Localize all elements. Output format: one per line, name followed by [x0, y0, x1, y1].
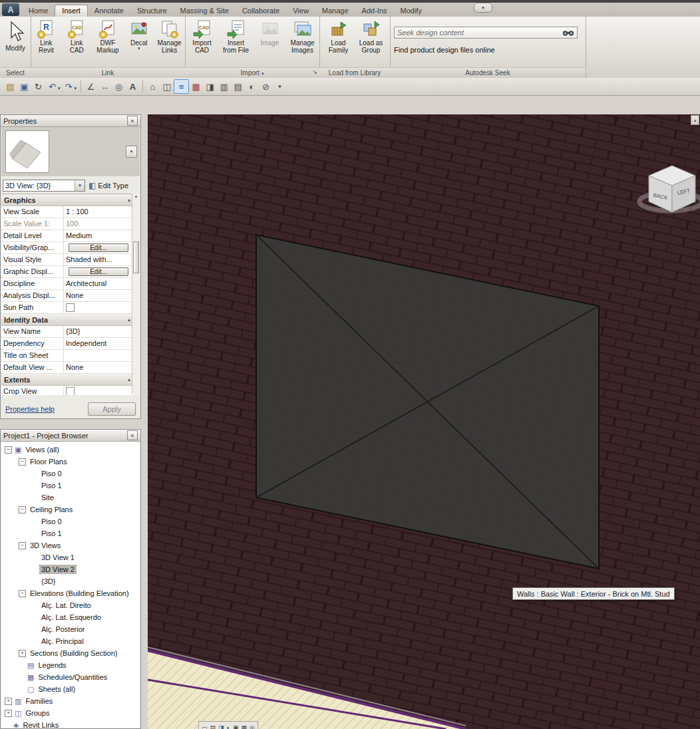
link-cad-button[interactable]: CAD LinkCAD — [63, 19, 91, 55]
graphic-display-edit-button[interactable]: Edit... — [69, 267, 128, 276]
section-header-graphics[interactable]: Graphics▴ — [1, 194, 133, 206]
tree-item-3d-views[interactable]: −3D Views — [1, 539, 140, 551]
text-icon[interactable]: A — [126, 80, 140, 93]
tree-item-elevations[interactable]: −Elevations (Building Elevation) — [1, 587, 140, 599]
close-hidden-windows-icon[interactable]: ▦ — [189, 80, 203, 93]
switch-windows-icon[interactable]: ◨ — [203, 80, 217, 93]
property-row[interactable]: Crop View — [1, 386, 133, 395]
tree-item-piso-0[interactable]: Piso 0 — [1, 468, 140, 480]
default-3d-view-icon[interactable]: ⌂ — [146, 80, 160, 93]
view-control-bar[interactable]: ▭ ▤ ◨ ◐ ▣ ▦ ◎ — [198, 721, 258, 729]
detail-level-icon[interactable]: ▤ — [210, 724, 216, 729]
project-browser-titlebar[interactable]: Project1 - Project Browser × — [1, 430, 140, 442]
import-cad-button[interactable]: CAD ImportCAD — [187, 19, 218, 55]
manage-links-button[interactable]: ManageLinks — [155, 19, 184, 55]
tree-item-site[interactable]: Site — [1, 492, 140, 504]
load-family-button[interactable]: LoadFamily — [323, 19, 354, 55]
property-row[interactable]: Visual StyleShaded with... — [1, 254, 133, 266]
scrollbar-thumb[interactable] — [133, 241, 139, 273]
3d-view[interactable]: BACK LEFT — [148, 114, 700, 729]
property-row[interactable]: DisciplineArchitectural — [1, 278, 133, 290]
sun-path-icon[interactable]: ◐ — [227, 724, 230, 729]
toolbar-more-icon[interactable]: ▾ — [273, 80, 287, 93]
tree-item-floor-plans[interactable]: −Floor Plans — [1, 456, 140, 468]
expander-icon[interactable]: − — [5, 446, 12, 454]
drawing-area[interactable]: BACK LEFT Walls : Basic Wall : Exterior … — [148, 114, 700, 729]
collapse-icon[interactable]: ▴ — [128, 376, 130, 382]
tree-item-3d-view-1[interactable]: 3D View 1 — [1, 551, 140, 563]
seek-search-input[interactable]: Seek design content — [394, 27, 578, 39]
collapse-icon[interactable]: ▴ — [128, 317, 130, 323]
insert-from-file-button[interactable]: Insertfrom File — [220, 19, 253, 55]
tree-item-legends[interactable]: ▤Legends — [1, 659, 140, 671]
section-icon[interactable]: ◫ — [160, 80, 174, 93]
tree-item-families[interactable]: +▥Families — [1, 695, 140, 707]
caret-down-icon[interactable]: ▾ — [75, 180, 85, 191]
sun-path-checkbox[interactable] — [66, 303, 75, 312]
deactivate-view-icon[interactable]: ⊘ — [259, 80, 273, 93]
expander-icon[interactable]: − — [19, 506, 26, 513]
tree-item-3d[interactable]: {3D} — [1, 575, 140, 587]
link-revit-button[interactable]: R LinkRevit — [32, 19, 61, 55]
tree-item-alc-posterior[interactable]: Alç. Posterior — [1, 623, 140, 635]
tab-insert[interactable]: Insert — [55, 5, 88, 17]
tag-icon[interactable]: ◎ — [112, 80, 126, 93]
expander-icon[interactable]: − — [19, 458, 26, 466]
seek-link[interactable]: Find product design files online — [394, 46, 495, 54]
tree-item-piso-1[interactable]: Piso 1 — [1, 480, 140, 492]
render-icon[interactable]: ◐ — [245, 80, 259, 93]
crop-view-icon[interactable]: ▦ — [242, 724, 248, 729]
decal-button[interactable]: Decal ▾ — [124, 19, 153, 51]
redo-icon[interactable]: ↷ — [62, 80, 76, 93]
preview-dropdown-button[interactable]: ▾ — [126, 146, 137, 158]
tree-item-alc-lat-esquerdo[interactable]: Alç. Lat. Esquerdo — [1, 611, 140, 623]
tree-item-revit-links[interactable]: ◈Revit Links — [1, 719, 140, 728]
reveal-hidden-icon[interactable]: ◎ — [250, 724, 255, 729]
property-row[interactable]: Title on Sheet — [1, 350, 133, 362]
tree-item-3d-view-2[interactable]: 3D View 2 — [1, 563, 140, 575]
expander-icon[interactable]: − — [19, 590, 26, 597]
section-header-extents[interactable]: Extents▴ — [1, 374, 133, 386]
tree-item-piso-1[interactable]: Piso 1 — [1, 527, 140, 539]
property-row[interactable]: DependencyIndependent — [1, 338, 133, 350]
tab-overflow-button[interactable]: ▾ — [474, 3, 492, 13]
property-row[interactable]: View Name{3D} — [1, 326, 133, 338]
scale-icon[interactable]: ▭ — [202, 724, 208, 729]
thin-lines-icon[interactable]: ≡ — [174, 79, 189, 94]
undo-icon[interactable]: ↶ — [45, 80, 59, 93]
canvas-scroll-up-button[interactable]: ▲ — [691, 115, 699, 125]
scroll-up-icon[interactable]: ▲ — [132, 194, 140, 198]
open-file-icon[interactable]: ▤ — [3, 80, 17, 93]
expander-icon[interactable]: + — [5, 710, 12, 717]
tree-item-groups[interactable]: +◫Groups — [1, 707, 140, 719]
tab-add-ins[interactable]: Add-Ins — [355, 5, 394, 17]
save-icon[interactable]: ▣ — [17, 80, 31, 93]
load-as-group-button[interactable]: Load asGroup — [356, 19, 387, 55]
property-row[interactable]: Default View ...None — [1, 362, 133, 374]
redo-caret-icon[interactable]: ▾ — [75, 86, 77, 91]
panel-label-import[interactable]: Import▾↘ — [185, 67, 319, 78]
crop-view-checkbox[interactable] — [66, 387, 75, 395]
dwf-markup-button[interactable]: DWFMarkup — [93, 19, 123, 55]
close-icon[interactable]: × — [127, 116, 138, 126]
tab-collaborate[interactable]: Collaborate — [236, 5, 286, 17]
tree-item-alc-lat-direito[interactable]: Alç. Lat. Direito — [1, 599, 140, 611]
apply-button[interactable]: Apply — [88, 402, 136, 416]
aligned-dimension-icon[interactable]: ↔ — [98, 80, 112, 93]
undo-caret-icon[interactable]: ▾ — [58, 86, 61, 91]
user-interface-icon[interactable]: ▤ — [231, 80, 245, 93]
tree-item-ceiling-plans[interactable]: −Ceiling Plans — [1, 504, 140, 515]
visibility-edit-button[interactable]: Edit... — [69, 243, 128, 252]
tree-item-alc-principal[interactable]: Alç. Principal — [1, 635, 140, 647]
collapse-icon[interactable]: ▴ — [128, 197, 130, 203]
tab-structure[interactable]: Structure — [130, 5, 174, 17]
tab-modify[interactable]: Modify — [394, 5, 429, 17]
properties-help-link[interactable]: Properties help — [5, 405, 55, 413]
tree-item-sheets[interactable]: ▢Sheets (all) — [1, 683, 140, 695]
close-icon[interactable]: × — [127, 430, 138, 440]
tab-manage[interactable]: Manage — [315, 5, 355, 17]
edit-type-button[interactable]: ◧ Edit Type — [88, 181, 128, 190]
type-selector-combo[interactable]: 3D View: {3D} ▾ — [3, 180, 85, 192]
tile-windows-icon[interactable]: ▥ — [217, 80, 231, 93]
sync-icon[interactable]: ↻ — [31, 80, 45, 93]
